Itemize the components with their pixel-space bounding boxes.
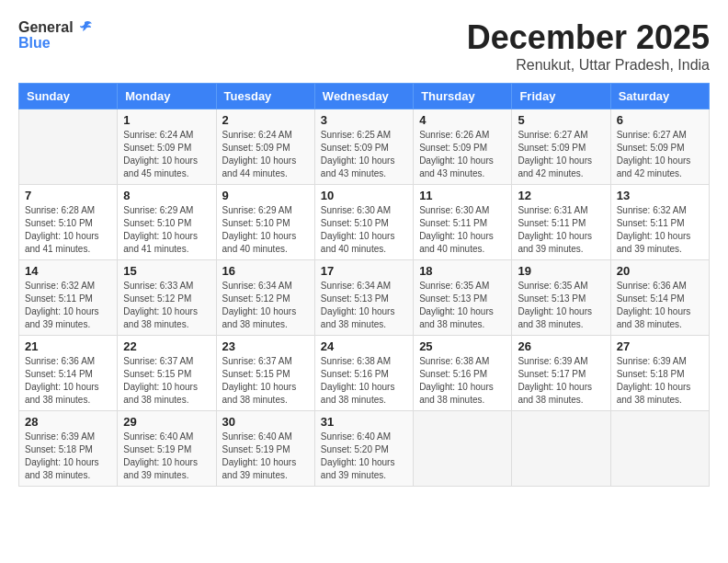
day-number: 25 [419,339,506,353]
day-number: 31 [321,415,407,429]
calendar-week-row: 28Sunrise: 6:39 AMSunset: 5:18 PMDayligh… [19,411,710,487]
calendar-cell: 14Sunrise: 6:32 AMSunset: 5:11 PMDayligh… [19,260,118,336]
calendar-cell: 6Sunrise: 6:27 AMSunset: 5:09 PMDaylight… [610,109,709,185]
day-number: 18 [419,264,506,278]
day-number: 12 [518,189,604,202]
day-info: Sunrise: 6:40 AMSunset: 5:20 PMDaylight:… [321,431,407,482]
day-number: 19 [518,264,604,278]
day-info: Sunrise: 6:31 AMSunset: 5:11 PMDaylight:… [518,204,604,256]
calendar-cell: 31Sunrise: 6:40 AMSunset: 5:20 PMDayligh… [314,411,413,487]
weekday-header-sunday: Sunday [19,84,118,109]
calendar-cell: 28Sunrise: 6:39 AMSunset: 5:18 PMDayligh… [19,411,118,487]
calendar-cell: 22Sunrise: 6:37 AMSunset: 5:15 PMDayligh… [118,336,216,411]
day-number: 8 [123,189,210,202]
calendar-week-row: 7Sunrise: 6:28 AMSunset: 5:10 PMDaylight… [19,185,710,260]
day-info: Sunrise: 6:39 AMSunset: 5:17 PMDaylight:… [518,355,604,407]
day-info: Sunrise: 6:36 AMSunset: 5:14 PMDaylight:… [617,280,703,331]
day-info: Sunrise: 6:40 AMSunset: 5:19 PMDaylight:… [222,431,309,482]
calendar-week-row: 1Sunrise: 6:24 AMSunset: 5:09 PMDaylight… [19,109,710,185]
calendar-cell: 26Sunrise: 6:39 AMSunset: 5:17 PMDayligh… [512,336,610,411]
day-info: Sunrise: 6:28 AMSunset: 5:10 PMDaylight:… [25,204,111,256]
day-number: 14 [25,264,111,278]
day-number: 5 [518,113,604,127]
day-info: Sunrise: 6:39 AMSunset: 5:18 PMDaylight:… [25,431,111,482]
weekday-header-row: SundayMondayTuesdayWednesdayThursdayFrid… [19,84,710,109]
location-title: Renukut, Uttar Pradesh, India [467,57,710,74]
calendar-cell: 1Sunrise: 6:24 AMSunset: 5:09 PMDaylight… [118,109,216,185]
calendar-cell: 4Sunrise: 6:26 AMSunset: 5:09 PMDaylight… [414,109,512,185]
calendar-cell: 25Sunrise: 6:38 AMSunset: 5:16 PMDayligh… [414,336,512,411]
calendar-cell: 23Sunrise: 6:37 AMSunset: 5:15 PMDayligh… [216,336,314,411]
day-info: Sunrise: 6:36 AMSunset: 5:14 PMDaylight:… [25,355,111,407]
logo-general: General [18,19,74,36]
day-info: Sunrise: 6:32 AMSunset: 5:11 PMDaylight:… [25,280,111,331]
day-info: Sunrise: 6:37 AMSunset: 5:15 PMDaylight:… [123,355,210,407]
day-number: 21 [25,339,111,353]
day-info: Sunrise: 6:29 AMSunset: 5:10 PMDaylight:… [123,204,210,256]
weekday-header-thursday: Thursday [414,84,512,109]
page-header: General Blue December 2025 Renukut, Utta… [18,18,710,74]
day-number: 17 [321,264,407,278]
day-number: 29 [123,415,210,429]
calendar-cell: 15Sunrise: 6:33 AMSunset: 5:12 PMDayligh… [118,260,216,336]
calendar-cell: 13Sunrise: 6:32 AMSunset: 5:11 PMDayligh… [610,185,709,260]
day-number: 27 [617,339,703,353]
day-number: 7 [25,189,111,202]
calendar-cell [414,411,512,487]
day-number: 11 [419,189,506,202]
day-info: Sunrise: 6:40 AMSunset: 5:19 PMDaylight:… [123,431,210,482]
day-number: 9 [222,189,309,202]
day-number: 3 [321,113,407,127]
calendar-cell: 19Sunrise: 6:35 AMSunset: 5:13 PMDayligh… [512,260,610,336]
day-number: 28 [25,415,111,429]
day-info: Sunrise: 6:27 AMSunset: 5:09 PMDaylight:… [518,129,604,180]
day-info: Sunrise: 6:29 AMSunset: 5:10 PMDaylight:… [222,204,309,256]
day-info: Sunrise: 6:35 AMSunset: 5:13 PMDaylight:… [419,280,506,331]
month-title: December 2025 [467,18,710,57]
calendar-cell: 10Sunrise: 6:30 AMSunset: 5:10 PMDayligh… [314,185,413,260]
calendar-cell: 21Sunrise: 6:36 AMSunset: 5:14 PMDayligh… [19,336,118,411]
day-number: 30 [222,415,309,429]
calendar-cell: 12Sunrise: 6:31 AMSunset: 5:11 PMDayligh… [512,185,610,260]
calendar-cell: 16Sunrise: 6:34 AMSunset: 5:12 PMDayligh… [216,260,314,336]
calendar-cell [19,109,118,185]
calendar-cell: 17Sunrise: 6:34 AMSunset: 5:13 PMDayligh… [314,260,413,336]
calendar-cell: 9Sunrise: 6:29 AMSunset: 5:10 PMDaylight… [216,185,314,260]
day-number: 1 [123,113,210,127]
logo: General Blue [18,18,94,52]
calendar-cell [512,411,610,487]
day-info: Sunrise: 6:38 AMSunset: 5:16 PMDaylight:… [419,355,506,407]
day-number: 4 [419,113,506,127]
title-area: December 2025 Renukut, Uttar Pradesh, In… [467,18,710,74]
day-number: 20 [617,264,703,278]
day-info: Sunrise: 6:32 AMSunset: 5:11 PMDaylight:… [617,204,703,256]
calendar-week-row: 14Sunrise: 6:32 AMSunset: 5:11 PMDayligh… [19,260,710,336]
weekday-header-wednesday: Wednesday [314,84,413,109]
calendar-cell: 3Sunrise: 6:25 AMSunset: 5:09 PMDaylight… [314,109,413,185]
weekday-header-saturday: Saturday [610,84,709,109]
day-number: 6 [617,113,703,127]
calendar-cell: 20Sunrise: 6:36 AMSunset: 5:14 PMDayligh… [610,260,709,336]
day-info: Sunrise: 6:35 AMSunset: 5:13 PMDaylight:… [518,280,604,331]
day-info: Sunrise: 6:34 AMSunset: 5:12 PMDaylight:… [222,280,309,331]
calendar-week-row: 21Sunrise: 6:36 AMSunset: 5:14 PMDayligh… [19,336,710,411]
weekday-header-friday: Friday [512,84,610,109]
day-info: Sunrise: 6:37 AMSunset: 5:15 PMDaylight:… [222,355,309,407]
weekday-header-tuesday: Tuesday [216,84,314,109]
day-number: 24 [321,339,407,353]
calendar-cell: 27Sunrise: 6:39 AMSunset: 5:18 PMDayligh… [610,336,709,411]
day-number: 22 [123,339,210,353]
day-info: Sunrise: 6:39 AMSunset: 5:18 PMDaylight:… [617,355,703,407]
calendar-cell: 5Sunrise: 6:27 AMSunset: 5:09 PMDaylight… [512,109,610,185]
calendar-table: SundayMondayTuesdayWednesdayThursdayFrid… [18,83,710,487]
calendar-cell: 18Sunrise: 6:35 AMSunset: 5:13 PMDayligh… [414,260,512,336]
calendar-cell: 24Sunrise: 6:38 AMSunset: 5:16 PMDayligh… [314,336,413,411]
day-info: Sunrise: 6:24 AMSunset: 5:09 PMDaylight:… [123,129,210,180]
calendar-cell: 29Sunrise: 6:40 AMSunset: 5:19 PMDayligh… [118,411,216,487]
day-number: 2 [222,113,309,127]
day-number: 26 [518,339,604,353]
calendar-cell: 2Sunrise: 6:24 AMSunset: 5:09 PMDaylight… [216,109,314,185]
logo-blue: Blue [18,35,51,52]
day-info: Sunrise: 6:38 AMSunset: 5:16 PMDaylight:… [321,355,407,407]
weekday-header-monday: Monday [118,84,216,109]
